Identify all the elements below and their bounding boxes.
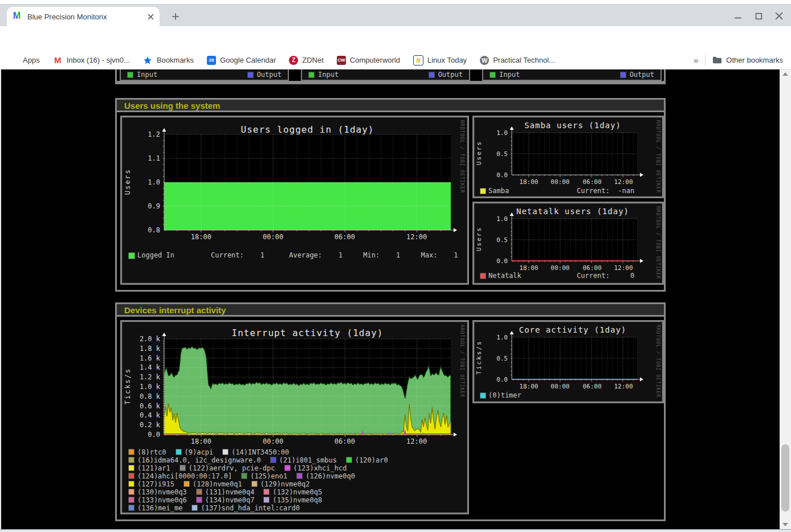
chart-title: Core activity (1day)	[508, 325, 637, 334]
legend-color-swatch	[480, 392, 486, 399]
svg-text:0.0: 0.0	[496, 376, 508, 383]
computerworld-icon: CW	[337, 56, 346, 65]
legend-label: Netatalk	[488, 272, 521, 280]
svg-text:1.4 k: 1.4 k	[140, 363, 161, 371]
core-activity-panel: Core activity (1day) Ticks/s 0.00.51.018…	[472, 320, 664, 403]
browser-window: M Blue Precision Monitorix	[0, 0, 791, 532]
svg-text:0.5: 0.5	[496, 355, 508, 362]
partial-graph-panel: Input Output	[482, 69, 662, 81]
bookmark-computerworld[interactable]: CW Computerworld	[337, 56, 400, 65]
bookmarks-overflow-chevron[interactable]: »	[694, 55, 698, 65]
window-close-icon[interactable]	[772, 9, 786, 23]
y-axis-label: Users	[124, 161, 132, 202]
svg-text:0.6 k: 0.6 k	[140, 402, 161, 410]
svg-text:1.8 k: 1.8 k	[140, 345, 161, 353]
bookmark-zdnet[interactable]: Z ZDNet	[289, 56, 324, 65]
y-axis-label: Ticks/s	[124, 366, 132, 407]
legend-item: (131)nvme0q4	[196, 488, 255, 496]
bookmark-google-calendar[interactable]: 28 Google Calendar	[207, 56, 276, 65]
legend-item: (124)ahci[0000:00:17.0]	[128, 472, 232, 480]
other-bookmarks-folder[interactable]: Other bookmarks	[712, 55, 783, 65]
samba-users-panel: Samba users (1day) Users 0.00.51.018:000…	[472, 116, 664, 198]
legend-row: (133)nvme0q6(134)nvme0q7(135)nvme0q8	[128, 496, 388, 504]
scroll-up-icon[interactable]	[780, 69, 791, 79]
legend-item: (129)nvme0q2	[251, 480, 310, 488]
legend-item: (120)ar0	[346, 456, 388, 464]
legend-row: (124)ahci[0000:00:17.0](125)eno1(126)nvm…	[128, 472, 388, 480]
svg-text:06:00: 06:00	[335, 437, 355, 445]
legend-item: (14)INT3450:00	[222, 448, 289, 456]
interrupt-legend: (8)rtc0(9)acpi(14)INT3450:00(16)idma64.0…	[128, 448, 388, 511]
new-tab-button[interactable]	[169, 10, 182, 23]
bookmark-apps[interactable]: Apps	[9, 55, 40, 65]
browser-toolbar: localhost:8080/monitorix-cgi/monitorix.c…	[0, 26, 791, 51]
svg-text:18:00: 18:00	[519, 178, 538, 186]
input-color-swatch	[308, 72, 315, 78]
rrdtool-watermark: RRDTOOL / TOBI OETIKER	[655, 325, 660, 398]
svg-text:12:00: 12:00	[614, 383, 633, 390]
svg-text:00:00: 00:00	[263, 233, 283, 241]
legend-label: Logged In	[137, 251, 174, 259]
svg-text:0.0: 0.0	[148, 431, 160, 439]
legend-item: (134)nvme0q7	[196, 496, 255, 504]
bookmark-bookmarks[interactable]: Bookmarks	[143, 55, 194, 65]
legend-output: Output	[620, 71, 654, 79]
legend-row: (16)idma64.0, i2c_designware.0(21)i801_s…	[128, 456, 388, 464]
bookmark-linux-today[interactable]: lt Linux Today	[413, 55, 467, 66]
legend-row: (8)rtc0(9)acpi(14)INT3450:00	[128, 448, 388, 456]
bookmark-practical-technology[interactable]: W Practical Technol...	[480, 56, 555, 65]
legend-item: (133)nvme0q6	[128, 496, 187, 504]
section-title-interrupts: Devices interrupt activity	[117, 304, 664, 317]
zdnet-icon: Z	[289, 56, 298, 65]
partial-section-top: Input Output Input Output Input Output	[115, 69, 666, 84]
svg-text:06:00: 06:00	[582, 264, 601, 272]
tab-close-icon[interactable]	[148, 14, 154, 20]
svg-text:1.2: 1.2	[148, 130, 160, 138]
legend-output: Output	[429, 71, 463, 79]
svg-text:18:00: 18:00	[191, 437, 211, 445]
linux-today-icon: lt	[413, 55, 423, 66]
svg-text:12:00: 12:00	[614, 264, 633, 272]
svg-text:06:00: 06:00	[582, 178, 601, 186]
svg-text:0.4 k: 0.4 k	[140, 411, 161, 419]
svg-text:06:00: 06:00	[582, 383, 601, 390]
scroll-down-icon[interactable]	[780, 520, 791, 529]
legend-item: (16)idma64.0, i2c_designware.0	[128, 456, 261, 464]
svg-text:12:00: 12:00	[406, 233, 427, 241]
legend-current: Current: 0	[577, 272, 634, 280]
legend-item: (130)nvme0q3	[128, 488, 187, 496]
bookmark-inbox[interactable]: M Inbox (16) - sjvn0...	[53, 55, 130, 65]
chart-title: Samba users (1day)	[508, 121, 637, 130]
scrollbar-thumb[interactable]	[781, 444, 789, 511]
svg-text:1.0: 1.0	[496, 215, 508, 223]
svg-text:0.8 k: 0.8 k	[140, 392, 161, 400]
legend-item: (9)acpi	[176, 448, 214, 456]
browser-tab[interactable]: M Blue Precision Monitorix	[7, 7, 160, 26]
svg-text:06:00: 06:00	[335, 233, 355, 241]
legend-row: (130)nvme0q3(131)nvme0q4(132)nvme0q5	[128, 488, 388, 496]
y-axis-label: Users	[475, 219, 483, 260]
legend-item: (126)nvme0q0	[296, 472, 355, 480]
star-icon	[143, 55, 153, 65]
window-minimize-icon[interactable]	[731, 9, 745, 23]
window-maximize-icon[interactable]	[751, 9, 766, 23]
partial-graph-panel: Input Output	[301, 69, 470, 81]
wordpress-icon: W	[480, 56, 489, 65]
legend-item: (121)ar1	[128, 464, 170, 472]
rrdtool-watermark: RRDTOOL / TOBI OETIKER	[655, 120, 660, 193]
svg-text:0.5: 0.5	[496, 236, 508, 244]
svg-text:12:00: 12:00	[614, 178, 633, 186]
svg-text:0.0: 0.0	[496, 171, 508, 179]
svg-text:1.0: 1.0	[148, 178, 160, 186]
legend-row: (136)mei_me(137)snd_hda_intel:card0	[128, 504, 388, 511]
legend-item: (132)nvme0q5	[263, 488, 322, 496]
legend-row: (121)ar1(122)aerdrv, pcie-dpc(123)xhci_h…	[128, 464, 388, 472]
monitorix-page: Input Output Input Output Input Output U…	[0, 69, 780, 530]
page-scrollbar[interactable]	[780, 69, 791, 529]
folder-icon	[712, 55, 722, 65]
section-users: Users using the system Users logged in (…	[115, 98, 666, 292]
calendar-icon: 28	[207, 56, 216, 65]
svg-text:1.0 k: 1.0 k	[140, 383, 161, 391]
legend-output: Output	[247, 71, 282, 79]
window-left-border	[0, 69, 1, 530]
